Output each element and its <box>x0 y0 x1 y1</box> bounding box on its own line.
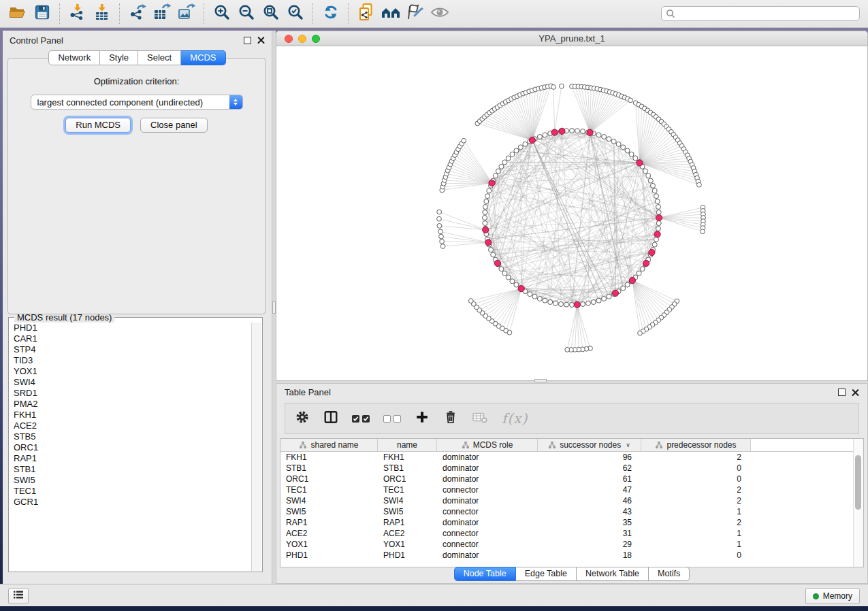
show-hide-button[interactable] <box>428 2 452 25</box>
tab-edge-table[interactable]: Edge Table <box>516 567 577 581</box>
select-stepper-icon <box>229 95 242 109</box>
import-table-button[interactable] <box>90 2 114 25</box>
table-cell: 1 <box>641 540 751 549</box>
zoom-in-button[interactable] <box>210 2 234 25</box>
export-image-button[interactable] <box>174 2 199 25</box>
mcds-result-item[interactable]: RAP1 <box>10 453 252 464</box>
minimize-window-icon[interactable] <box>298 35 306 43</box>
column-header-mcds-role[interactable]: MCDS role <box>437 439 538 451</box>
export-network-button[interactable] <box>125 2 150 25</box>
export-table-button[interactable] <box>150 2 174 25</box>
float-panel-icon[interactable] <box>244 37 251 44</box>
table-row[interactable]: YOX1YOX1connector291 <box>280 539 863 550</box>
table-row[interactable]: FKH1FKH1dominator962 <box>280 452 863 463</box>
select-all-button[interactable] <box>352 415 370 423</box>
show-columns-button[interactable] <box>323 410 338 427</box>
mcds-result-item[interactable]: FKH1 <box>10 410 252 420</box>
tab-network-table[interactable]: Network Table <box>577 567 649 581</box>
table-row[interactable]: STB1STB1dominator620 <box>280 463 863 474</box>
table-cell: YOX1 <box>280 540 378 549</box>
table-cell: 96 <box>538 452 641 462</box>
new-network-from-selection-button[interactable] <box>354 2 379 25</box>
table-row[interactable]: SWI5SWI5connector431 <box>280 506 863 517</box>
maximize-window-icon[interactable] <box>312 35 320 43</box>
close-panel-button[interactable]: Close panel <box>140 118 208 133</box>
column-header-predecessor-nodes[interactable]: predecessor nodes <box>641 439 751 451</box>
zoom-fit-button[interactable] <box>259 2 283 25</box>
close-panel-icon[interactable] <box>852 389 859 396</box>
table-cell: YOX1 <box>378 540 437 549</box>
table-toolbar: f(x) <box>285 403 859 434</box>
import-network-button[interactable] <box>65 2 90 25</box>
table-cell: 31 <box>538 529 641 538</box>
mcds-result-item[interactable]: PMA2 <box>10 399 252 410</box>
tab-mcds[interactable]: MCDS <box>181 50 225 65</box>
fx-icon: f(x) <box>502 410 528 427</box>
memory-button[interactable]: Memory <box>805 588 860 604</box>
mcds-result-item[interactable]: ORC1 <box>10 442 252 453</box>
task-history-button[interactable] <box>8 588 29 604</box>
tab-style[interactable]: Style <box>100 50 138 65</box>
save-icon <box>34 4 50 23</box>
table-row[interactable]: PHD1PHD1dominator180 <box>280 550 863 561</box>
tab-network[interactable]: Network <box>48 50 100 65</box>
splitter-handle[interactable] <box>534 379 547 382</box>
tab-select[interactable]: Select <box>138 50 181 65</box>
mcds-result-item[interactable]: CAR1 <box>10 333 252 344</box>
deselect-all-button[interactable] <box>383 415 401 423</box>
column-header-name[interactable]: name <box>378 439 437 451</box>
attribute-type-icon <box>299 441 307 449</box>
open-file-button[interactable] <box>5 2 30 25</box>
column-header-successor-nodes[interactable]: successor nodes ∨ <box>538 439 641 451</box>
table-cell: dominator <box>437 463 538 473</box>
mcds-result-item[interactable]: TEC1 <box>10 486 252 497</box>
table-row[interactable]: RAP1RAP1dominator352 <box>280 517 863 528</box>
tab-node-table[interactable]: Node Table <box>454 567 516 581</box>
mcds-result-item[interactable]: ACE2 <box>10 420 252 431</box>
network-graph[interactable] <box>276 46 867 381</box>
float-panel-icon[interactable] <box>838 389 846 396</box>
mcds-result-item[interactable]: YOX1 <box>10 366 252 377</box>
hide-labels-button[interactable] <box>403 2 428 25</box>
column-header-shared-name[interactable]: shared name <box>280 439 378 451</box>
mcds-result-box: MCDS result (17 nodes) PHD1CAR1STP4TID3Y… <box>8 317 263 572</box>
mcds-result-item[interactable]: GCR1 <box>10 497 252 508</box>
refresh-layout-button[interactable] <box>319 2 343 25</box>
mcds-result-item[interactable]: STB1 <box>10 464 252 475</box>
search-input[interactable] <box>661 6 860 21</box>
run-mcds-button[interactable]: Run MCDS <box>65 118 131 133</box>
scrollbar-thumb[interactable] <box>855 455 861 510</box>
table-cell: 2 <box>641 485 751 495</box>
table-row[interactable]: TEC1TEC1connector472 <box>280 484 863 495</box>
zoom-selected-button[interactable] <box>283 2 308 25</box>
close-window-icon[interactable] <box>285 35 293 43</box>
zoom-selected-icon <box>287 3 304 24</box>
delete-table-button-disabled <box>472 410 488 427</box>
node-table: shared name name MCDS role successor nod… <box>280 438 864 567</box>
table-row[interactable]: ACE2ACE2connector311 <box>280 528 863 539</box>
criterion-select[interactable]: largest connected component (undirected) <box>31 95 243 110</box>
mcds-result-item[interactable]: PHD1 <box>10 323 252 333</box>
mcds-result-item[interactable]: SWI4 <box>10 377 252 388</box>
zoom-out-button[interactable] <box>234 2 259 25</box>
mcds-list-scrollbar[interactable] <box>251 323 261 571</box>
tab-motifs[interactable]: Motifs <box>649 567 690 581</box>
mcds-result-item[interactable]: SRD1 <box>10 388 252 399</box>
mcds-result-item[interactable]: STB5 <box>10 431 252 442</box>
add-column-button[interactable] <box>415 410 430 427</box>
mcds-result-item[interactable]: TID3 <box>10 355 252 366</box>
first-neighbors-button[interactable] <box>379 2 403 25</box>
delete-column-button[interactable] <box>443 410 458 427</box>
checked-box-icon <box>362 415 370 423</box>
table-row[interactable]: SWI4SWI4dominator462 <box>280 495 863 506</box>
close-panel-icon[interactable] <box>257 37 265 44</box>
network-window-titlebar[interactable]: YPA_prune.txt_1 <box>276 31 867 46</box>
table-cell: 1 <box>641 529 751 538</box>
table-cell: TEC1 <box>280 485 378 495</box>
mcds-result-item[interactable]: STP4 <box>10 344 252 355</box>
table-scrollbar[interactable] <box>853 439 863 567</box>
table-row[interactable]: ORC1ORC1dominator610 <box>280 474 863 484</box>
save-session-button[interactable] <box>30 2 54 25</box>
table-settings-button[interactable] <box>295 410 310 427</box>
mcds-result-item[interactable]: SWI5 <box>10 475 252 486</box>
